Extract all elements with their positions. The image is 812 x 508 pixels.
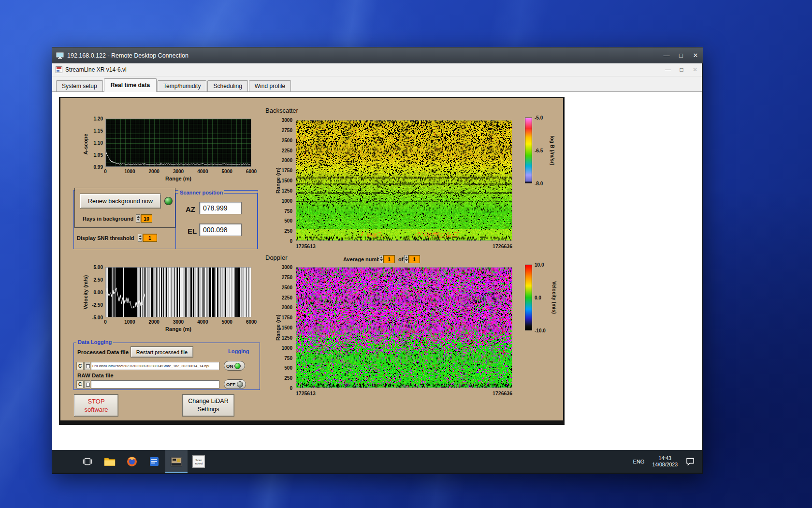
renew-background-button[interactable]: Renew background now <box>80 194 161 209</box>
stop-software-button[interactable]: STOP software <box>74 394 118 417</box>
velocity-x-axis-label: Range (m) <box>105 326 251 332</box>
tick-label: 1000 <box>124 319 135 325</box>
action-center-icon[interactable] <box>685 457 695 466</box>
raw-data-file-label: RAW Data file <box>77 373 114 378</box>
velocity-y-ticks: 5.002.500.00-2.50-5.00 <box>86 267 104 317</box>
doppler-colorbar-label: Velocity (m/s) <box>551 281 557 314</box>
rays-value-field[interactable]: 10 <box>141 214 152 223</box>
el-label: EL <box>188 227 197 235</box>
stop-software-line2: software <box>84 405 108 414</box>
scanner-position-title: Scanner position <box>178 190 224 195</box>
raw-toggle-led <box>237 381 243 388</box>
rdp-maximize-button[interactable]: □ <box>674 47 688 63</box>
snr-spinner[interactable] <box>138 234 142 242</box>
tick-label: 5000 <box>222 169 232 174</box>
taskbar-clock[interactable]: 14:43 14/08/2023 <box>652 455 678 468</box>
average-total-spinner[interactable] <box>404 255 408 263</box>
doppler-title: Doppler <box>265 254 288 261</box>
taskbar-tray: ENG 14:43 14/08/2023 <box>633 455 695 468</box>
velocity-x-ticks: 0100020003000400050006000 <box>105 319 251 325</box>
tab-temp-humidity[interactable]: Temp/humidity <box>158 80 206 92</box>
processed-path-field[interactable]: C:\Lidar\Data\Proc\2023\202308\20230814\… <box>91 362 219 370</box>
app-window-controls: — □ ✕ <box>661 63 702 76</box>
processed-logging-toggle[interactable]: ON <box>224 361 245 371</box>
processed-browse-button[interactable] <box>84 362 90 370</box>
tick-label: 1000 <box>282 345 292 350</box>
az-value-field[interactable]: 078.999 <box>199 202 242 214</box>
rays-in-background-label: Rays in background <box>83 216 133 222</box>
tick-label: 1000 <box>124 169 135 174</box>
remote-app-button[interactable] <box>165 450 188 473</box>
processed-data-file-label: Processed Data file <box>77 349 129 355</box>
doppler-x-end: 1726636 <box>476 390 512 396</box>
backscatter-plot <box>296 120 512 241</box>
background-status-led <box>164 197 173 205</box>
notes-app-button[interactable] <box>143 450 165 473</box>
change-lidar-settings-button[interactable]: Change LiDAR Settings <box>182 394 234 417</box>
average-number-spinner[interactable] <box>379 255 383 263</box>
rdp-close-button[interactable]: ✕ <box>688 47 703 63</box>
tick-label: -2.50 <box>92 302 103 308</box>
processed-drive-box[interactable]: C <box>76 362 84 370</box>
raw-toggle-label: OFF <box>226 382 235 387</box>
velocity-plot <box>105 267 251 317</box>
az-label: AZ <box>186 205 195 213</box>
el-value-field[interactable]: 000.098 <box>199 224 242 236</box>
rdp-titlebar[interactable]: 192.168.0.122 - Remote Desktop Connectio… <box>52 47 703 63</box>
average-total-field[interactable]: 1 <box>408 255 420 263</box>
tick-label: 500 <box>284 365 292 371</box>
raw-drive-box[interactable]: C <box>76 380 84 388</box>
raw-browse-button[interactable] <box>84 380 90 388</box>
tick-label: -5.00 <box>92 315 103 320</box>
tick-label: 0.99 <box>94 164 103 170</box>
tick-label: 0 <box>104 169 107 174</box>
backscatter-colorbar <box>525 118 532 183</box>
desktop-background: 192.168.0.122 - Remote Desktop Connectio… <box>0 0 812 508</box>
file-explorer-button[interactable] <box>99 450 121 473</box>
raw-logging-toggle[interactable]: OFF <box>224 379 246 389</box>
tab-real-time-data[interactable]: Real time data <box>104 78 157 92</box>
average-number-field[interactable]: 1 <box>383 255 395 263</box>
app-restore-button[interactable]: □ <box>675 63 688 76</box>
scan-scheduler-button[interactable]: Scan sched <box>188 450 210 473</box>
tick-label: 1750 <box>282 315 292 320</box>
app-close-button[interactable]: ✕ <box>688 63 702 76</box>
ascope-y-ticks: 1.201.151.101.050.99 <box>87 119 104 167</box>
rdp-minimize-button[interactable]: — <box>659 47 674 63</box>
rdp-monitor-icon <box>56 52 64 59</box>
taskbar-icons: Scan sched <box>76 450 210 473</box>
snr-value-field[interactable]: 1 <box>143 234 157 242</box>
file-explorer-icon <box>104 457 116 466</box>
tick-label: 2000 <box>149 169 160 174</box>
firefox-button[interactable] <box>121 450 143 473</box>
tab-wind-profile[interactable]: Wind profile <box>249 80 291 92</box>
velocity-canvas <box>106 268 251 317</box>
tick-label: 2250 <box>282 148 292 153</box>
app-titlebar[interactable]: StreamLine XR v14-6.vi — □ ✕ <box>52 63 702 76</box>
front-panel: A-scope 1.201.151.101.050.99 01000200030… <box>59 97 565 425</box>
backscatter-title: Backscatter <box>265 107 298 114</box>
tick-label: 1500 <box>282 178 292 183</box>
data-logging-title: Data Logging <box>76 339 113 345</box>
task-view-button[interactable] <box>76 450 99 473</box>
raw-path-field[interactable] <box>91 380 219 388</box>
backscatter-colorbar-ticks: -5.0-6.5-8.0 <box>534 118 550 183</box>
change-lidar-line2: Settings <box>197 405 219 414</box>
tick-label: 4000 <box>197 169 208 174</box>
language-indicator[interactable]: ENG <box>633 459 645 464</box>
restart-processed-file-button[interactable]: Restart processed file <box>130 346 193 358</box>
streamline-app-window: StreamLine XR v14-6.vi — □ ✕ System setu… <box>52 63 702 450</box>
app-main-area: A-scope 1.201.151.101.050.99 01000200030… <box>52 92 702 449</box>
notes-app-icon <box>149 457 159 466</box>
tab-system-setup[interactable]: System setup <box>56 80 103 92</box>
app-minimize-button[interactable]: — <box>661 63 675 76</box>
rays-spinner[interactable] <box>136 214 140 223</box>
tick-label: 2500 <box>282 137 292 143</box>
tick-label: 3000 <box>173 169 184 174</box>
backscatter-colorbar-label: log B (/m/sr) <box>550 135 555 165</box>
tab-scheduling[interactable]: Scheduling <box>207 80 247 92</box>
rdp-window: 192.168.0.122 - Remote Desktop Connectio… <box>52 47 703 474</box>
clock-date: 14/08/2023 <box>652 462 678 468</box>
backscatter-x-end: 1726636 <box>476 243 512 249</box>
average-of-label: of <box>398 256 403 262</box>
